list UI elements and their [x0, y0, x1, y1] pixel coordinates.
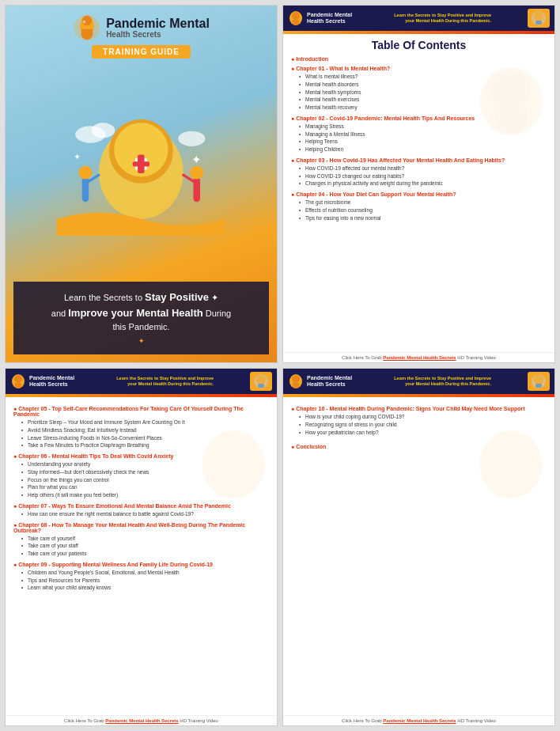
- toc-header-logo-text-1: Pandemic Mental Health Secrets: [307, 12, 352, 25]
- bullet-item: What is mental illness?: [299, 73, 547, 81]
- toc-footer-3[interactable]: Click Here To Grab Pandemic Mental Healt…: [283, 715, 554, 725]
- toc-chapter-8[interactable]: ● Chapter 08 - How To Manage Your Mental…: [13, 522, 269, 533]
- toc-chapter-7[interactable]: ● Chapter 07 - Ways To Ensure Emotional …: [13, 503, 269, 509]
- toc-body-2: ● Chapter 05 - Top Self-Care Recommendat…: [6, 397, 277, 715]
- toc-chapter-5[interactable]: ● Chapter 05 - Top Self-Care Recommendat…: [13, 406, 269, 417]
- svg-text:✦: ✦: [192, 153, 202, 166]
- toc-logo-3: Pandemic Mental Health Secrets: [288, 373, 352, 389]
- bullet-item: Children and Young People's Social, Emot…: [21, 569, 269, 577]
- bullet-item: Helping Children: [299, 146, 547, 153]
- toc-bullets-6: Understanding your anxiety Stay informed…: [13, 460, 269, 499]
- bullet-item: Mental health recovery: [299, 104, 547, 112]
- cover-illustration-svg: ✦ ✦: [26, 109, 256, 236]
- cover-illustration: ✦ ✦: [13, 63, 269, 282]
- svg-point-38: [534, 375, 543, 384]
- bullet-item: Leave Stress-Inducing Foods in Not-So-Co…: [21, 434, 269, 442]
- bullet-item: Learn what your child already knows: [21, 584, 269, 592]
- bullet-item: Avoid Mindless Snacking; Eat Intuitively…: [21, 426, 269, 434]
- bullet-item: How COVID-19 changed our eating habits?: [299, 172, 547, 180]
- toc-footer-1[interactable]: Click Here To Grab Pandemic Mental Healt…: [283, 352, 554, 362]
- svg-point-30: [14, 375, 22, 383]
- toc-logo-icon-1: [288, 10, 304, 26]
- toc-chapter-9[interactable]: ● Chapter 09 - Supporting Mental Wellnes…: [13, 562, 269, 567]
- toc-logo-icon-3: [288, 373, 304, 389]
- svg-point-15: [190, 165, 203, 179]
- svg-rect-39: [535, 384, 542, 388]
- bullet-item: How your pediatrician can help?: [299, 429, 547, 437]
- bullet-item: Mental health symptoms: [299, 89, 547, 97]
- bullet-item: Take care of your patients: [21, 550, 269, 558]
- svg-point-32: [256, 375, 266, 384]
- toc-chapter-intro: ● Introduction: [291, 56, 547, 62]
- toc-header-tagline-3: Learn the Secrets to Stay Positive and I…: [388, 376, 491, 387]
- svg-point-23: [292, 12, 300, 20]
- bullet-item: Help others (it will make you feel bette…: [21, 491, 269, 499]
- toc-footer-link-2[interactable]: Pandemic Mental Health Secrets: [105, 718, 178, 723]
- toc-header-img-3: [528, 372, 550, 391]
- toc-body-1: Table Of Contents ● Introduction ● Chapt…: [283, 34, 554, 352]
- toc-body-3: ● Chapter 10 - Mental Health During Pand…: [283, 397, 554, 715]
- cover-logo-area: Pandemic Mental Health Secrets: [73, 13, 210, 42]
- bullet-item: Take a Few Minutes to Practice Diaphragm…: [21, 441, 269, 449]
- toc-bullets-4: The gut microbiome Effects of nutrition …: [291, 199, 547, 222]
- toc-bullets-3: How COVID-19 affected our mental health?…: [291, 165, 547, 187]
- toc-bullets-1: What is mental illness? Mental health di…: [291, 73, 547, 112]
- toc-header-2: Pandemic Mental Health Secrets Learn the…: [6, 369, 277, 394]
- bullet-item: How COVID-19 affected our mental health?: [299, 165, 547, 172]
- cover-title-sub: Health Secrets: [106, 30, 210, 39]
- svg-point-40: [480, 430, 543, 498]
- svg-point-36: [292, 375, 300, 383]
- toc-footer-2[interactable]: Click Here To Grab Pandemic Mental Healt…: [6, 715, 277, 725]
- toc-header-img-1: [528, 9, 550, 28]
- svg-rect-26: [535, 21, 542, 25]
- toc-header-3: Pandemic Mental Health Secrets Learn the…: [283, 369, 554, 394]
- bullet-item: Take care of your staff: [21, 542, 269, 550]
- toc-header-logo-text-3: Pandemic Mental Health Secrets: [307, 375, 352, 388]
- toc-chapter-3[interactable]: ● Chapter 03 - How Covid-19 Has Affected…: [291, 157, 547, 163]
- bullet-item: Recognizing signs of stress in your chil…: [299, 421, 547, 429]
- toc-header-logo-text-2: Pandemic Mental Health Secrets: [29, 375, 74, 388]
- toc-header-img-2: [250, 372, 272, 391]
- bullet-item: Tips for easing into a new normal: [299, 214, 547, 222]
- svg-point-12: [79, 165, 93, 179]
- bullet-item: Mental health disorders: [299, 81, 547, 89]
- toc-header-tagline-1: Learn the Secrets to Stay Positive and I…: [388, 13, 491, 24]
- svg-point-18: [92, 123, 115, 138]
- bullet-item: Tips and Resources for Parents: [21, 577, 269, 585]
- toc-bullets-8: Take care of yourself Take care of your …: [13, 535, 269, 558]
- svg-rect-10: [133, 161, 149, 166]
- cover-title-block: Pandemic Mental Health Secrets: [106, 17, 210, 40]
- toc-bullets-2: Managing Stress Managing a Mental Illnes…: [291, 123, 547, 153]
- cover-badge: TRAINING GUIDE: [92, 45, 191, 59]
- bullet-item: Effects of nutrition counseling: [299, 206, 547, 214]
- toc-bullets-10: How is your child coping during COVID-19…: [291, 413, 547, 436]
- cover-title-main: Pandemic Mental: [106, 17, 210, 31]
- bullet-item: Managing a Mental Illness: [299, 131, 547, 138]
- bullet-item: Prioritize Sleep – Your Mood and Immune …: [21, 419, 269, 426]
- toc-panel-2: Pandemic Mental Health Secrets Learn the…: [5, 368, 278, 726]
- bullet-item: Understanding your anxiety: [21, 460, 269, 468]
- svg-point-19: [178, 131, 205, 146]
- bullet-item: Helping Teens: [299, 138, 547, 146]
- toc-logo-icon-2: [10, 373, 26, 389]
- toc-panel-1: Pandemic Mental Health Secrets Learn the…: [282, 5, 555, 363]
- toc-panel-3: Pandemic Mental Health Secrets Learn the…: [282, 368, 555, 726]
- toc-chapter-4[interactable]: ● Chapter 04 - How Your Diet Can Support…: [291, 191, 547, 197]
- toc-logo-2: Pandemic Mental Health Secrets: [10, 373, 74, 389]
- svg-point-25: [534, 12, 543, 21]
- bullet-item: The gut microbiome: [299, 199, 547, 206]
- toc-header-1: Pandemic Mental Health Secrets Learn the…: [283, 6, 554, 31]
- toc-footer-link-1[interactable]: Pandemic Mental Health Secrets: [383, 355, 456, 360]
- toc-main-title: Table Of Contents: [291, 39, 547, 51]
- toc-bullets-9: Children and Young People's Social, Emot…: [13, 569, 269, 592]
- bullet-item: How is your child coping during COVID-19…: [299, 413, 547, 421]
- bullet-item: Stay informed—but don't obsessively chec…: [21, 468, 269, 476]
- cover-tagline-text: Learn the Secrets to Stay Positive ✦ and…: [51, 293, 231, 331]
- svg-point-3: [83, 21, 86, 24]
- toc-header-tagline-2: Learn the Secrets to Stay Positive and I…: [111, 376, 214, 387]
- bullet-item: Plan for what you can: [21, 483, 269, 491]
- toc-footer-link-3[interactable]: Pandemic Mental Health Secrets: [383, 718, 456, 723]
- toc-chapter-10[interactable]: ● Chapter 10 - Mental Health During Pand…: [291, 406, 547, 411]
- bullet-item: Focus on the things you can control: [21, 476, 269, 484]
- toc-bullets-7: How can one ensure the right mental bala…: [13, 510, 269, 518]
